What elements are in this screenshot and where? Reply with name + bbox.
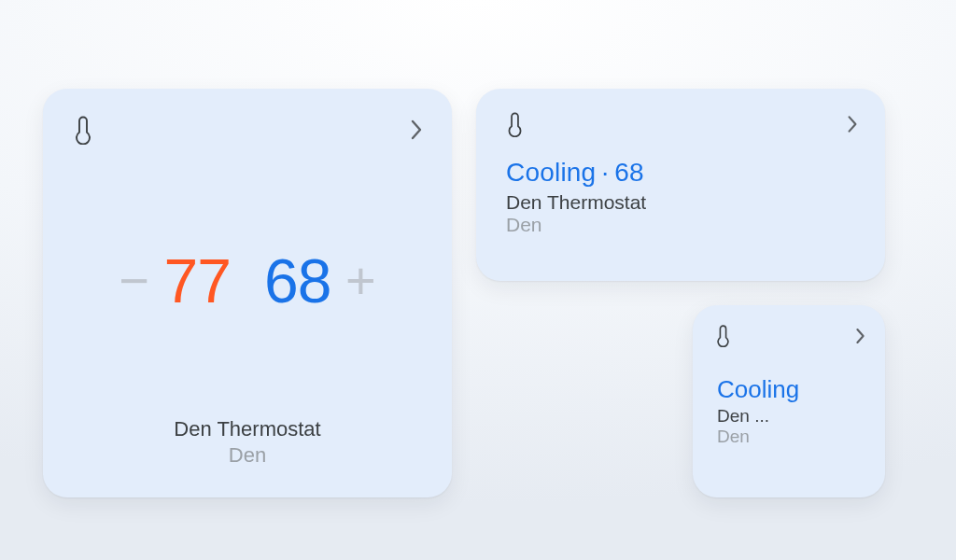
card-body: Cooling Den ... Den (713, 375, 868, 447)
thermometer-icon (73, 115, 93, 145)
increase-temp-button[interactable]: + (330, 255, 390, 307)
thermostat-card-small[interactable]: Cooling Den ... Den (693, 305, 885, 497)
setpoint-text: 68 (614, 158, 644, 187)
chevron-right-icon[interactable] (854, 327, 866, 345)
heat-setpoint: 77 (164, 250, 231, 312)
chevron-right-icon[interactable] (409, 118, 424, 142)
device-name: Den Thermostat (506, 191, 863, 214)
separator-dot: · (596, 158, 614, 187)
card-header (504, 109, 863, 137)
card-footer: Den Thermostat Den (65, 417, 429, 473)
device-name: Den Thermostat (174, 417, 320, 441)
status-text: Cooling (717, 375, 868, 404)
room-name: Den (717, 427, 868, 447)
setpoint-readout: 77 68 (164, 250, 331, 312)
temperature-controls: − 77 68 + (65, 145, 429, 417)
thermometer-icon (715, 324, 731, 347)
card-header (65, 111, 429, 145)
cool-setpoint: 68 (264, 250, 330, 312)
room-name: Den (229, 443, 266, 468)
minus-icon: − (119, 255, 149, 307)
thermometer-icon (506, 111, 524, 137)
thermostat-card-wide[interactable]: Cooling·68 Den Thermostat Den (476, 89, 885, 281)
card-body: Cooling·68 Den Thermostat Den (504, 158, 863, 236)
device-name: Den ... (717, 406, 868, 427)
status-line: Cooling·68 (506, 158, 863, 188)
decrease-temp-button[interactable]: − (105, 255, 164, 307)
room-name: Den (506, 214, 863, 236)
thermostat-card-large[interactable]: − 77 68 + Den Thermostat Den (43, 89, 452, 497)
card-header (713, 324, 868, 347)
plus-icon: + (345, 255, 376, 307)
status-text: Cooling (506, 158, 596, 187)
chevron-right-icon[interactable] (846, 114, 859, 134)
